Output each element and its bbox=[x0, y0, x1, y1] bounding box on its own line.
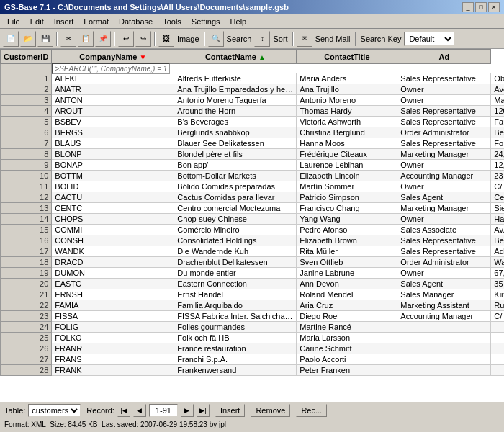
table-row[interactable]: 24 FOLIG Folies gourmandes Martine Rancé bbox=[1, 322, 505, 333]
table-row[interactable]: 12 CACTU Cactus Comidas para llevar Patr… bbox=[1, 192, 505, 203]
cell-addr: Walserweg 21 bbox=[491, 257, 504, 268]
separator-6 bbox=[355, 32, 356, 46]
save-button[interactable]: 💾 bbox=[37, 31, 53, 47]
cut-button[interactable]: ✂ bbox=[60, 31, 76, 47]
rec-button[interactable]: Rec... bbox=[296, 404, 327, 417]
row-num: 5 bbox=[1, 117, 52, 127]
table-row[interactable]: 13 CENTC Centro comercial Moctezuma Fran… bbox=[1, 203, 505, 214]
table-row[interactable]: 4 AROUT Around the Horn Thomas Hardy Sal… bbox=[1, 106, 505, 117]
redo-button[interactable]: ↪ bbox=[135, 31, 151, 47]
title-bar-buttons[interactable]: _ □ × bbox=[462, 2, 500, 12]
menu-database[interactable]: Database bbox=[114, 17, 157, 27]
table-row[interactable]: 3 ANTON Antonio Moreno Taquería Antonio … bbox=[1, 95, 505, 106]
table-row[interactable]: 26 FRANR France restauration Carine Schm… bbox=[1, 343, 505, 354]
table-row[interactable]: 9 BONAP Bon app' Laurence Lebihan Owner … bbox=[1, 160, 505, 171]
row-num: 3 bbox=[1, 95, 52, 106]
table-row[interactable]: 25 FOLKO Folk och fä HB Maria Larsson bbox=[1, 333, 505, 343]
table-row[interactable]: 8 BLONP Blondel père et fils Frédérique … bbox=[1, 149, 505, 160]
company-name-label: CompanyName bbox=[79, 53, 137, 61]
table-row[interactable]: 1 ALFKI Alfreds Futterkiste Maria Anders… bbox=[1, 73, 505, 84]
record-label: Record: bbox=[86, 406, 114, 415]
col-header-company[interactable]: CompanyName ▼ bbox=[52, 50, 174, 64]
table-row[interactable]: 28 FRANK Frankenwersand Peter Franken bbox=[1, 365, 505, 376]
record-next-button[interactable]: ▶ bbox=[181, 404, 194, 417]
cell-addr: Sierras de Granada 9993 bbox=[491, 203, 504, 214]
record-first-button[interactable]: |◀ bbox=[117, 404, 130, 417]
cell-addr: Fauntleroy Circus bbox=[491, 117, 504, 127]
maximize-button[interactable]: □ bbox=[475, 2, 487, 12]
table-row[interactable]: 23 FISSA FISSA Fabrica Inter. Salchichas… bbox=[1, 311, 505, 322]
record-prev-button[interactable]: ◀ bbox=[133, 404, 146, 417]
copy-button[interactable]: 📋 bbox=[78, 31, 94, 47]
cell-addr: Berguvsvägen 8 bbox=[491, 127, 504, 138]
sort-icon: ↕ bbox=[261, 35, 264, 42]
sort-down-icon[interactable]: ▼ bbox=[139, 53, 146, 61]
table-row[interactable]: 6 BERGS Berglunds snabbköp Christina Ber… bbox=[1, 127, 505, 138]
cell-id: BONAP bbox=[52, 160, 174, 171]
paste-button[interactable]: 📌 bbox=[95, 31, 111, 47]
table-container[interactable]: CustomerID CompanyName ▼ ContactName ▲ C… bbox=[0, 49, 504, 402]
table-row[interactable]: 5 BSBEV B's Beverages Victoria Ashworth … bbox=[1, 117, 505, 127]
search-button[interactable]: 🔍 bbox=[208, 31, 224, 47]
table-row[interactable]: 19 DUMON Du monde entier Janine Labrune … bbox=[1, 268, 505, 279]
cell-title: Sales Associate bbox=[397, 225, 491, 235]
record-last-button[interactable]: ▶| bbox=[197, 404, 210, 417]
menu-edit[interactable]: Edit bbox=[26, 17, 48, 27]
row-num: 13 bbox=[1, 203, 52, 214]
menu-file[interactable]: File bbox=[3, 17, 24, 27]
table-row[interactable]: 14 CHOPS Chop-suey Chinese Yang Wang Own… bbox=[1, 214, 505, 225]
table-row[interactable]: 2 ANATR Ana Trujillo Emparedados y helad… bbox=[1, 84, 505, 95]
cell-title bbox=[397, 354, 491, 365]
menu-format[interactable]: Format bbox=[79, 17, 113, 27]
cell-addr: 24, place Kléber bbox=[491, 149, 504, 160]
table-row[interactable]: 10 BOTTM Bottom-Dollar Markets Elizabeth… bbox=[1, 171, 505, 181]
toolbar-left: 📄 📂 💾 ✂ 📋 📌 ↩ ↪ 🖼 Image 🔍 Search ↕ Sort … bbox=[3, 31, 454, 47]
menu-insert[interactable]: Insert bbox=[50, 17, 78, 27]
cell-contact: Maria Larsson bbox=[297, 333, 397, 343]
sort-button[interactable]: ↕ bbox=[254, 31, 270, 47]
toolbar: 📄 📂 💾 ✂ 📋 📌 ↩ ↪ 🖼 Image 🔍 Search ↕ Sort … bbox=[0, 29, 504, 49]
table-row[interactable]: 18 DRACD Drachenblut Delikatessen Sven O… bbox=[1, 257, 505, 268]
menu-settings[interactable]: Settings bbox=[187, 17, 225, 27]
undo-button[interactable]: ↩ bbox=[118, 31, 134, 47]
table-row[interactable]: 7 BLAUS Blauer See Delikatessen Hanna Mo… bbox=[1, 138, 505, 149]
contact-name-label: ContactName bbox=[205, 53, 256, 61]
default-dropdown[interactable]: Default bbox=[404, 32, 454, 46]
cell-company: Berglunds snabbköp bbox=[174, 127, 297, 138]
insert-button[interactable]: Insert bbox=[215, 404, 246, 417]
table-row[interactable]: 27 FRANS Franchi S.p.A. Paolo Accorti bbox=[1, 354, 505, 365]
cell-title: Owner bbox=[397, 181, 491, 192]
table-row[interactable]: 17 WANDK Die Wandernde Kuh Rita Müller S… bbox=[1, 246, 505, 257]
table-row[interactable]: 15 COMMI Comércio Mineiro Pedro Afonso S… bbox=[1, 225, 505, 235]
cell-contact: Thomas Hardy bbox=[297, 106, 397, 117]
record-input[interactable] bbox=[149, 404, 178, 417]
menu-bar: File Edit Insert Format Database Tools S… bbox=[0, 14, 504, 29]
table-dropdown[interactable]: customers bbox=[28, 404, 81, 417]
menu-help[interactable]: Help bbox=[226, 17, 251, 27]
menu-tools[interactable]: Tools bbox=[158, 17, 186, 27]
table-row[interactable]: 16 CONSH Consolidated Holdings Elizabeth… bbox=[1, 235, 505, 246]
table-row[interactable]: 11 BOLID Bólido Comidas preparadas Martí… bbox=[1, 181, 505, 192]
row-num: 11 bbox=[1, 181, 52, 192]
cell-contact: Antonio Moreno bbox=[297, 95, 397, 106]
table-row[interactable]: 20 EASTC Eastern Connection Ann Devon Sa… bbox=[1, 279, 505, 289]
cell-id: FOLIG bbox=[52, 322, 174, 333]
cell-title: Marketing Manager bbox=[397, 203, 491, 214]
table-row[interactable]: 21 ERNSH Ernst Handel Roland Mendel Sale… bbox=[1, 289, 505, 300]
close-button[interactable]: × bbox=[488, 2, 500, 12]
remove-button[interactable]: Remove bbox=[251, 404, 290, 417]
minimize-button[interactable]: _ bbox=[462, 2, 474, 12]
cell-id: CACTU bbox=[52, 192, 174, 203]
data-table: CustomerID CompanyName ▼ ContactName ▲ C… bbox=[0, 49, 504, 376]
open-button[interactable]: 📂 bbox=[20, 31, 36, 47]
cell-id: BSBEV bbox=[52, 117, 174, 127]
image-icon: 🖼 bbox=[163, 35, 170, 42]
new-button[interactable]: 📄 bbox=[3, 31, 19, 47]
row-num: 20 bbox=[1, 279, 52, 289]
col-header-contact[interactable]: ContactName ▲ bbox=[174, 50, 297, 64]
cell-id: BOTTM bbox=[52, 171, 174, 181]
send-mail-button[interactable]: ✉ bbox=[297, 31, 312, 47]
table-row[interactable]: 22 FAMIA Familia Arquibaldo Aria Cruz Ma… bbox=[1, 300, 505, 311]
image-button[interactable]: 🖼 bbox=[158, 31, 174, 47]
sort-up-icon[interactable]: ▲ bbox=[258, 53, 266, 61]
